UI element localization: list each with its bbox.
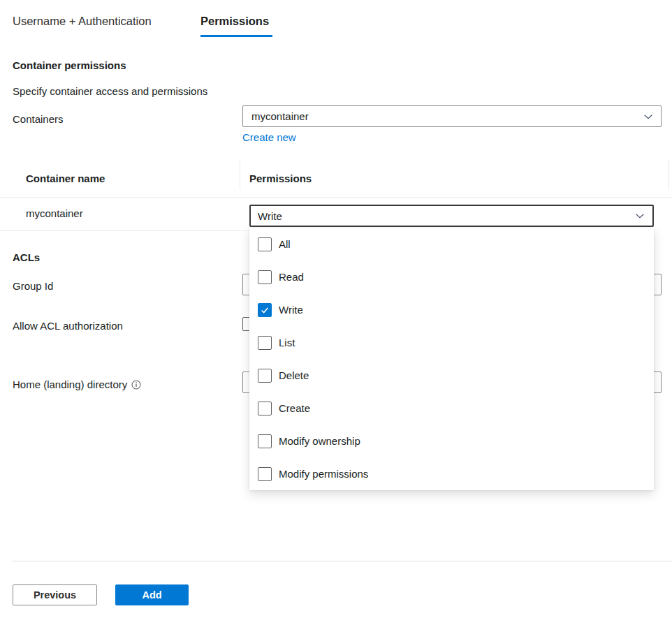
containers-select-value: mycontainer [251,110,309,122]
permissions-option[interactable]: Create [249,392,654,425]
checkmark-icon [260,305,270,315]
checkbox[interactable] [258,237,272,251]
permissions-option[interactable]: Write [249,293,654,326]
info-icon [131,380,141,392]
permissions-option[interactable]: Modify ownership [249,425,654,457]
column-divider [669,160,669,190]
previous-button[interactable]: Previous [13,584,97,605]
permissions-blade: Username + Authentication Permissions Co… [0,0,672,618]
permissions-option-label: Write [279,304,303,316]
checkbox[interactable] [258,270,272,284]
container-permissions-heading: Container permissions [13,59,126,71]
permissions-option-label: Delete [279,369,309,381]
permissions-option-label: Modify permissions [279,468,368,480]
permissions-select-value: Write [258,210,282,222]
footer-divider [13,561,672,561]
container-name-cell: mycontainer [26,207,83,219]
active-tab-underline [200,35,272,37]
column-header-permissions: Permissions [249,172,312,184]
tab-permissions[interactable]: Permissions [200,15,269,28]
column-header-container-name: Container name [26,172,105,184]
create-new-link[interactable]: Create new [242,131,296,143]
permissions-option-label: List [279,337,295,348]
add-button[interactable]: Add [115,584,189,605]
permissions-dropdown-list: All Read Write List Delete [249,228,654,490]
group-id-label: Group Id [13,280,53,292]
checkbox[interactable] [258,402,272,415]
permissions-option[interactable]: List [249,326,654,359]
checkbox[interactable] [258,369,272,383]
tab-username-authentication[interactable]: Username + Authentication [13,15,152,28]
checkbox[interactable] [258,434,272,448]
permissions-option[interactable]: Delete [249,359,654,392]
checkbox[interactable] [258,336,272,350]
permissions-option[interactable]: All [249,228,654,260]
chevron-down-icon [643,112,653,122]
table-row-border [0,230,249,231]
permissions-option-label: Modify ownership [279,435,360,447]
permissions-option[interactable]: Modify permissions [249,457,654,490]
home-directory-label: Home (landing) directory [13,378,141,392]
acls-heading: ACLs [13,251,40,263]
checkbox[interactable] [258,467,272,481]
permissions-option[interactable]: Read [249,260,654,293]
containers-select[interactable]: mycontainer [242,105,662,127]
column-divider [240,160,240,190]
permissions-select[interactable]: Write [249,205,654,227]
checkbox[interactable] [258,303,272,317]
table-header-border [0,197,672,198]
permissions-option-label: All [279,238,291,250]
permissions-option-label: Create [279,402,310,414]
chevron-down-icon [635,211,645,221]
container-permissions-subheading: Specify container access and permissions [13,85,207,97]
containers-label: Containers [13,113,64,125]
allow-acl-authorization-label: Allow ACL authorization [13,320,123,332]
permissions-option-label: Read [279,271,304,283]
